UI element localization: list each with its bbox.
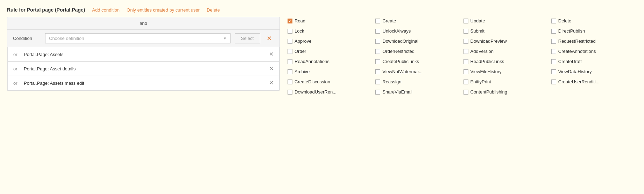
permission-item-downloadoriginal: DownloadOriginal <box>375 37 461 45</box>
checkbox-delete[interactable] <box>551 19 556 23</box>
checkbox-reassign[interactable] <box>375 79 380 84</box>
or-item: or Portal.Page: Assets ✕ <box>7 47 279 62</box>
permission-label-readannotations: ReadAnnotations <box>295 59 330 64</box>
condition-label: Condition <box>13 36 41 41</box>
permission-item-reassign: Reassign <box>375 78 461 86</box>
checkbox-update[interactable] <box>463 19 468 23</box>
permission-item-read: Read <box>287 17 373 25</box>
main-content: and Condition Choose definition ▼ Select… <box>7 17 637 96</box>
or-item-text: Portal.Page: Assets <box>24 52 266 57</box>
permission-label-reassign: Reassign <box>382 79 401 84</box>
checkbox-readpubliclinks[interactable] <box>463 59 468 64</box>
permission-label-lock: Lock <box>295 28 304 34</box>
select-button[interactable]: Select <box>235 33 260 43</box>
checkbox-downloaduserren[interactable] <box>288 90 292 95</box>
checkbox-archive[interactable] <box>288 69 292 74</box>
header-row: Rule for Portal page (Portal.Page) Add c… <box>7 7 637 13</box>
permission-item-lock: Lock <box>287 27 373 35</box>
permission-label-create: Create <box>382 18 396 23</box>
only-entities-link[interactable]: Only entities created by current user <box>127 7 200 13</box>
checkbox-viewnotwatermar[interactable] <box>375 69 380 74</box>
or-remove-button[interactable]: ✕ <box>269 66 274 71</box>
permission-label-createuserrenditi: CreateUserRenditi... <box>558 79 600 84</box>
checkbox-approve[interactable] <box>288 39 292 44</box>
or-label: or <box>13 66 20 71</box>
permission-label-order: Order <box>295 49 306 54</box>
or-item-text: Portal.Page: Asset details <box>24 66 266 71</box>
checkbox-downloadpreview[interactable] <box>463 39 468 44</box>
checkbox-submit[interactable] <box>463 29 468 34</box>
permission-label-downloaduserren: DownloadUserRen... <box>295 89 337 95</box>
or-label: or <box>13 52 20 57</box>
permission-item-createdraft: CreateDraft <box>551 57 637 65</box>
remove-condition-button[interactable]: ✕ <box>264 35 274 42</box>
page-title: Rule for Portal page (Portal.Page) <box>7 7 85 13</box>
checkbox-shareviaemail[interactable] <box>375 90 380 95</box>
permission-item-downloaduserren: DownloadUserRen... <box>287 88 373 96</box>
checkbox-directpublish[interactable] <box>551 29 556 34</box>
permission-label-viewnotwatermar: ViewNotWatermar... <box>382 69 423 74</box>
permission-label-shareviaemail: ShareViaEmail <box>382 89 412 95</box>
checkbox-createdraft[interactable] <box>551 59 556 64</box>
permission-item-contentpublishing: ContentPublishing <box>463 88 549 96</box>
checkbox-createannotations[interactable] <box>551 49 556 54</box>
checkbox-createpubliclinks[interactable] <box>375 59 380 64</box>
permission-label-creatediscussion: CreateDiscussion <box>295 79 330 84</box>
checkbox-createuserrenditi[interactable] <box>551 79 556 84</box>
and-header: and <box>7 17 279 30</box>
or-item-text: Portal.Page: Assets mass edit <box>24 81 266 86</box>
permission-item-viewfilehistory: ViewFileHistory <box>463 68 549 76</box>
permission-label-createannotations: CreateAnnotations <box>558 49 596 54</box>
permission-label-read: Read <box>295 18 305 23</box>
permission-label-contentpublishing: ContentPublishing <box>470 89 508 95</box>
checkbox-viewdatahistory[interactable] <box>551 69 556 74</box>
checkbox-creatediscussion[interactable] <box>288 79 292 84</box>
permission-label-update: Update <box>470 18 485 23</box>
checkbox-viewfilehistory[interactable] <box>463 69 468 74</box>
checkbox-unlockalways[interactable] <box>375 29 380 34</box>
checkbox-order[interactable] <box>288 49 292 54</box>
choose-definition-text: Choose definition <box>49 36 84 41</box>
permission-item-downloadpreview: DownloadPreview <box>463 37 549 45</box>
checkbox-lock[interactable] <box>288 29 292 34</box>
checkbox-create[interactable] <box>375 19 380 23</box>
permission-label-submit: Submit <box>470 28 484 34</box>
checkbox-addversion[interactable] <box>463 49 468 54</box>
checkbox-downloadoriginal[interactable] <box>375 39 380 44</box>
permission-label-viewfilehistory: ViewFileHistory <box>470 69 502 74</box>
permission-item-viewnotwatermar: ViewNotWatermar... <box>375 68 461 76</box>
permission-label-createpubliclinks: CreatePublicLinks <box>382 59 419 64</box>
permission-item-requestrestricted: RequestRestricted <box>551 37 637 45</box>
permission-item-delete: Delete <box>551 17 637 25</box>
permission-label-orderrestricted: OrderRestricted <box>382 49 415 54</box>
checkbox-contentpublishing[interactable] <box>463 90 468 95</box>
permission-item-viewdatahistory: ViewDataHistory <box>551 68 637 76</box>
permission-item-addversion: AddVersion <box>463 47 549 55</box>
or-label: or <box>13 81 20 86</box>
or-remove-button[interactable]: ✕ <box>269 51 274 57</box>
add-condition-link[interactable]: Add condition <box>92 7 120 13</box>
permission-item-orderrestricted: OrderRestricted <box>375 47 461 55</box>
checkbox-orderrestricted[interactable] <box>375 49 380 54</box>
permission-label-viewdatahistory: ViewDataHistory <box>558 69 592 74</box>
page-container: Rule for Portal page (Portal.Page) Add c… <box>7 7 637 96</box>
checkbox-entityprint[interactable] <box>463 79 468 84</box>
checkbox-read[interactable] <box>288 19 292 23</box>
left-panel: and Condition Choose definition ▼ Select… <box>7 17 280 91</box>
or-remove-button[interactable]: ✕ <box>269 80 274 86</box>
permission-item-unlockalways: UnlockAlways <box>375 27 461 35</box>
permission-label-downloadoriginal: DownloadOriginal <box>382 39 418 44</box>
permission-label-createdraft: CreateDraft <box>558 59 582 64</box>
permission-item-update: Update <box>463 17 549 25</box>
delete-link[interactable]: Delete <box>207 7 220 13</box>
checkbox-requestrestricted[interactable] <box>551 39 556 44</box>
permission-label-directpublish: DirectPublish <box>558 28 585 34</box>
or-item: or Portal.Page: Assets mass edit ✕ <box>7 76 279 90</box>
condition-dropdown[interactable]: Choose definition ▼ <box>45 33 231 43</box>
permission-label-delete: Delete <box>558 18 572 23</box>
permission-item-createuserrenditi: CreateUserRenditi... <box>551 78 637 86</box>
dropdown-arrow-icon: ▼ <box>223 36 227 40</box>
permission-item-archive: Archive <box>287 68 373 76</box>
checkbox-readannotations[interactable] <box>288 59 292 64</box>
permission-label-entityprint: EntityPrint <box>470 79 491 84</box>
